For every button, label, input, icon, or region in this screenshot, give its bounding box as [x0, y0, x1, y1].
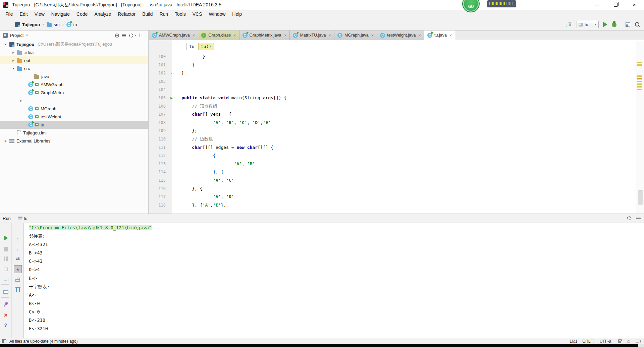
hide-panel-icon[interactable] [636, 218, 641, 219]
tree-item-AMWGraph[interactable]: AMWGraph [0, 80, 148, 89]
stripe-mark[interactable] [637, 78, 642, 79]
stripe-mark[interactable] [637, 64, 642, 66]
menu-view[interactable]: View [31, 10, 48, 19]
menu-tools[interactable]: Tools [171, 10, 189, 19]
menu-vcs[interactable]: VCS [189, 10, 206, 19]
run-line-icon[interactable]: ▶ [170, 96, 173, 100]
tree-item-src[interactable]: ▼src [0, 64, 148, 72]
breadcrumb-item-Tujiegou[interactable]: Tujiegou [15, 22, 40, 27]
tree-item-tu[interactable]: tu [0, 121, 148, 129]
minimize-icon[interactable] [592, 1, 602, 9]
fold-icon[interactable]: ▾ [174, 97, 176, 100]
hector-inspector-icon[interactable]: ☺ [626, 339, 631, 344]
print-icon[interactable] [15, 279, 20, 282]
editor-tab-AMWGraph.java[interactable]: AMWGraph.java× [149, 31, 198, 40]
close-icon[interactable]: × [4, 312, 7, 318]
softwrap-toggle-icon[interactable] [14, 265, 22, 273]
tree-item-testWeight[interactable]: testWeight [0, 113, 148, 121]
stripe-mark[interactable] [637, 81, 642, 82]
pin-icon[interactable] [2, 301, 9, 308]
chevron-down-icon[interactable]: ▼ [25, 34, 28, 37]
tab-close-icon[interactable]: × [371, 33, 374, 38]
swap-icon[interactable]: ⇄ [16, 256, 20, 261]
up-icon[interactable]: ↑ [16, 236, 19, 242]
menu-run[interactable]: Run [156, 10, 171, 19]
detach-icon[interactable]: → [3, 278, 8, 282]
stripe-mark[interactable] [637, 83, 642, 85]
help-icon[interactable]: ? [4, 322, 7, 328]
fold-icon[interactable]: ▴ [170, 72, 172, 75]
breadcrumb-item-tu[interactable]: tu [66, 22, 77, 27]
tree-item-Tujiegou.iml[interactable]: Tujiegou.iml [0, 129, 148, 137]
tab-close-icon[interactable]: × [284, 33, 287, 38]
menu-code[interactable]: Code [73, 10, 91, 19]
tab-close-icon[interactable]: × [328, 33, 331, 38]
stripe-mark[interactable] [637, 86, 642, 88]
chevron-expanded-icon[interactable]: ▼ [11, 67, 16, 70]
project-tree[interactable]: ▼TujiegouC:\Users\邢天岳\IdeaProjects\Tujie… [0, 40, 148, 214]
locate-icon[interactable] [115, 34, 119, 38]
search-icon[interactable] [635, 22, 640, 27]
editor-tab-MGraph.java[interactable]: MGraph.java× [334, 31, 377, 40]
encoding-selector[interactable]: UTF-8↕ [600, 339, 613, 344]
debug-icon[interactable] [612, 22, 616, 27]
error-stripe[interactable] [636, 40, 644, 214]
line-separator-selector[interactable]: CRLF↕ [582, 339, 594, 344]
run-icon[interactable] [603, 22, 607, 27]
collapse-all-icon[interactable] [122, 34, 126, 37]
run-config-dropdown[interactable]: tu ▼ [577, 21, 599, 28]
editor-tab-tu.java[interactable]: tu.java× [424, 31, 455, 40]
toolwindows-icon[interactable] [626, 22, 630, 27]
tree-item-MGraph[interactable]: MGraph [0, 105, 148, 113]
toolwindow-switcher-icon[interactable] [2, 339, 6, 343]
console-icon[interactable] [4, 268, 8, 271]
run-tab[interactable]: tu [15, 215, 30, 222]
crumb-chip-tu[interactable]: tu [186, 43, 197, 50]
chevron-collapsed-icon[interactable]: ▶ [11, 51, 16, 54]
stripe-mark[interactable] [637, 75, 642, 77]
stripe-mark[interactable] [637, 62, 642, 63]
tab-close-icon[interactable]: × [449, 33, 452, 38]
down-icon[interactable]: ↓ [16, 246, 19, 252]
lock-icon[interactable] [618, 341, 621, 343]
tree-item-.idea[interactable]: ▶.idea [0, 48, 148, 56]
code-area[interactable]: 100 }101 }102▴}103104105▶▾public static … [149, 40, 636, 214]
tree-item-GraphMetrix[interactable]: GraphMetrix [0, 89, 148, 97]
tree-item-Tujiegou[interactable]: ▼TujiegouC:\Users\邢天岳\IdeaProjects\Tujie… [0, 40, 148, 48]
layout-icon[interactable] [3, 290, 8, 294]
chevron-expanded-icon[interactable]: ▼ [3, 43, 8, 46]
menu-file[interactable]: File [2, 10, 16, 19]
vcs-update-icon[interactable]: ↓0110 [565, 22, 572, 27]
close-icon[interactable]: × [629, 1, 639, 9]
chevron-collapsed-icon[interactable]: ▶ [3, 139, 8, 142]
crumb-chip-tu()[interactable]: tu() [198, 43, 214, 50]
menu-help[interactable]: Help [229, 10, 245, 19]
settings-icon[interactable] [129, 34, 133, 38]
editor-tab-testWeight.java[interactable]: testWeight.java× [377, 31, 424, 40]
panel-title[interactable]: Project [10, 33, 23, 38]
tab-close-icon[interactable]: × [418, 33, 421, 38]
chevron-collapsed-icon[interactable]: ▶ [11, 59, 16, 62]
tab-close-icon[interactable]: × [233, 33, 236, 38]
hide-panel-icon[interactable]: ← [140, 34, 144, 37]
editor-tab-GraphMetrix.java[interactable]: GraphMetrix.java× [239, 31, 290, 40]
event-log-icon[interactable] [636, 340, 641, 343]
menu-navigate[interactable]: Navigate [48, 10, 73, 19]
caret-position[interactable]: 16:1 [570, 339, 577, 344]
run-settings-icon[interactable] [627, 216, 631, 220]
tree-item-java[interactable]: java [0, 72, 148, 80]
tab-close-icon[interactable]: × [193, 33, 195, 38]
stripe-mark[interactable] [637, 89, 642, 90]
stop-icon[interactable] [4, 247, 8, 251]
tree-item-empty[interactable]: ▶ [0, 97, 148, 105]
chevron-collapsed-icon[interactable]: ▶ [19, 99, 23, 102]
rerun-icon[interactable] [4, 235, 8, 241]
menu-edit[interactable]: Edit [16, 10, 31, 19]
breadcrumb-item-src[interactable]: src [47, 22, 59, 27]
menu-window[interactable]: Window [206, 10, 229, 19]
menu-analyze[interactable]: Analyze [91, 10, 115, 19]
editor-tab-Graph.class[interactable]: Graph.class× [198, 31, 239, 40]
editor-content[interactable]: tutu() 100 }101 }102▴}103104105▶▾public … [149, 40, 644, 214]
clear-icon[interactable] [16, 288, 20, 292]
menu-refactor[interactable]: Refactor [114, 10, 139, 19]
